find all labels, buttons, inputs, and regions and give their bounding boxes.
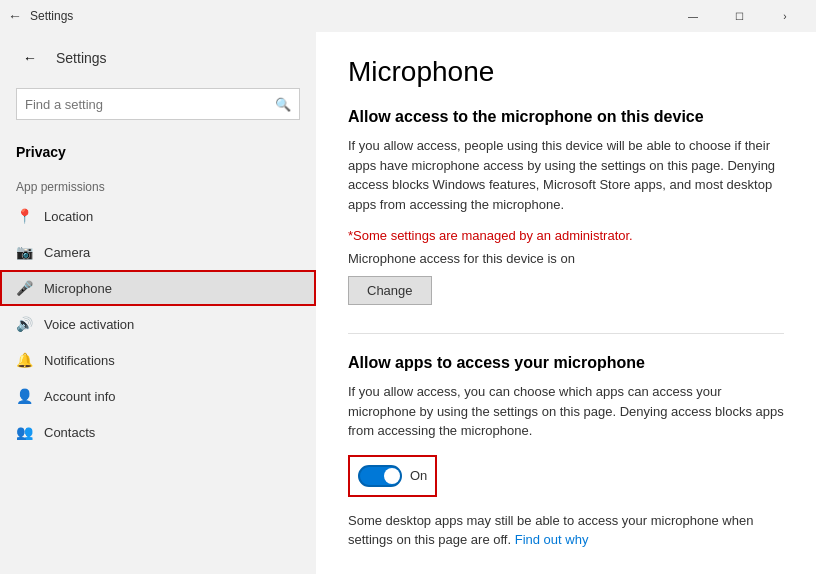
titlebar-left: ← Settings bbox=[8, 8, 73, 24]
toggle-container[interactable]: On bbox=[358, 465, 427, 487]
sidebar-item-notifications[interactable]: 🔔 Notifications bbox=[0, 342, 316, 378]
sidebar-item-label-account: Account info bbox=[44, 389, 116, 404]
device-status: Microphone access for this device is on bbox=[348, 251, 784, 266]
maximize-button[interactable]: ☐ bbox=[716, 0, 762, 32]
microphone-toggle[interactable] bbox=[358, 465, 402, 487]
section1-description: If you allow access, people using this d… bbox=[348, 136, 784, 214]
toggle-thumb bbox=[384, 468, 400, 484]
titlebar-title: Settings bbox=[30, 9, 73, 23]
sidebar-back-button[interactable]: ← bbox=[16, 44, 44, 72]
back-arrow-icon[interactable]: ← bbox=[8, 8, 22, 24]
page-title: Microphone bbox=[348, 56, 784, 88]
search-input[interactable] bbox=[25, 97, 275, 112]
sidebar-item-microphone[interactable]: 🎤 Microphone bbox=[0, 270, 316, 306]
toggle-border-container: On bbox=[348, 455, 437, 497]
content: Microphone Allow access to the microphon… bbox=[316, 32, 816, 574]
minimize-button[interactable]: — bbox=[670, 0, 716, 32]
location-icon: 📍 bbox=[16, 208, 32, 224]
sidebar-title: Settings bbox=[56, 50, 107, 66]
sidebar-item-contacts[interactable]: 👥 Contacts bbox=[0, 414, 316, 450]
notifications-icon: 🔔 bbox=[16, 352, 32, 368]
sidebar-item-label-voice: Voice activation bbox=[44, 317, 134, 332]
section2-description: If you allow access, you can choose whic… bbox=[348, 382, 784, 441]
section-divider bbox=[348, 333, 784, 334]
app-body: ← Settings 🔍 Privacy App permissions 📍 L… bbox=[0, 32, 816, 574]
search-icon: 🔍 bbox=[275, 97, 291, 112]
change-button[interactable]: Change bbox=[348, 276, 432, 305]
sidebar-item-location[interactable]: 📍 Location bbox=[0, 198, 316, 234]
privacy-label: Privacy bbox=[0, 136, 316, 172]
search-box[interactable]: 🔍 bbox=[16, 88, 300, 120]
toggle-label: On bbox=[410, 468, 427, 483]
footer-text: Some desktop apps may still be able to a… bbox=[348, 511, 784, 550]
sidebar-item-voice-activation[interactable]: 🔊 Voice activation bbox=[0, 306, 316, 342]
app-permissions-label: App permissions bbox=[0, 172, 316, 198]
sidebar-item-label-microphone: Microphone bbox=[44, 281, 112, 296]
forward-button[interactable]: › bbox=[762, 0, 808, 32]
admin-notice: *Some settings are managed by an adminis… bbox=[348, 228, 784, 243]
section2-heading: Allow apps to access your microphone bbox=[348, 354, 784, 372]
titlebar: ← Settings — ☐ › bbox=[0, 0, 816, 32]
sidebar-item-label-notifications: Notifications bbox=[44, 353, 115, 368]
section1-heading: Allow access to the microphone on this d… bbox=[348, 108, 784, 126]
sidebar-header: ← Settings bbox=[0, 32, 316, 84]
voice-icon: 🔊 bbox=[16, 316, 32, 332]
sidebar-item-label-contacts: Contacts bbox=[44, 425, 95, 440]
sidebar-item-camera[interactable]: 📷 Camera bbox=[0, 234, 316, 270]
sidebar: ← Settings 🔍 Privacy App permissions 📍 L… bbox=[0, 32, 316, 574]
camera-icon: 📷 bbox=[16, 244, 32, 260]
contacts-icon: 👥 bbox=[16, 424, 32, 440]
microphone-icon: 🎤 bbox=[16, 280, 32, 296]
account-icon: 👤 bbox=[16, 388, 32, 404]
sidebar-item-account-info[interactable]: 👤 Account info bbox=[0, 378, 316, 414]
sidebar-item-label-camera: Camera bbox=[44, 245, 90, 260]
find-out-why-link[interactable]: Find out why bbox=[515, 532, 589, 547]
titlebar-controls: — ☐ › bbox=[670, 0, 808, 32]
sidebar-item-label-location: Location bbox=[44, 209, 93, 224]
